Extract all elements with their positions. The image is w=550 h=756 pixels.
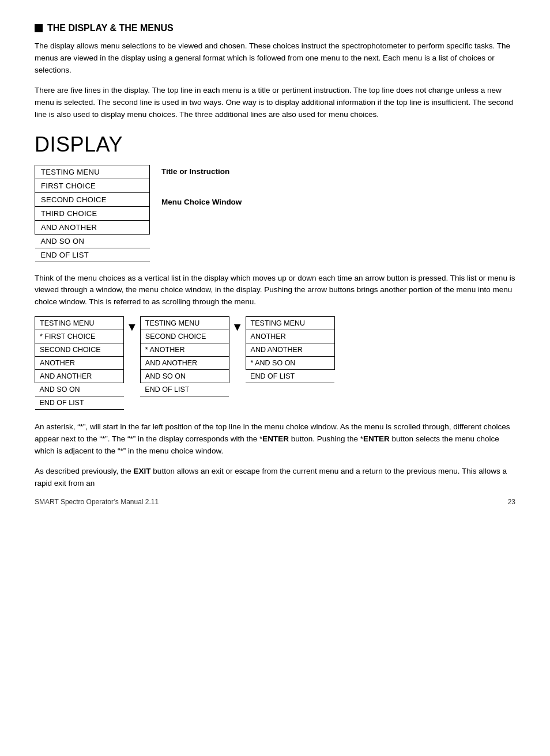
paragraph-1: The display allows menu selections to be… xyxy=(35,40,515,77)
cell: AND ANOTHER xyxy=(140,357,229,370)
bottom-paragraph-1: An asterisk, “*”, will start in the far … xyxy=(35,421,515,458)
table-cell-3: SECOND CHOICE xyxy=(35,192,150,206)
footer-right: 23 xyxy=(508,498,515,506)
cell: END OF LIST xyxy=(35,396,124,410)
label-menu: Menu Choice Window xyxy=(161,198,242,206)
cell: SECOND CHOICE xyxy=(35,343,124,357)
section-title: THE DISPLAY & THE MENUS xyxy=(47,23,174,33)
bottom-p2-bold: EXIT xyxy=(134,467,151,475)
table-cell-7: END OF LIST xyxy=(35,248,150,262)
table-row: * AND SO ON xyxy=(246,357,334,370)
bottom-p1-mid: button. Pushing the * xyxy=(289,434,363,443)
bottom-paragraph-2: As described previously, the EXIT button… xyxy=(35,466,515,490)
display-table: TESTING MENU FIRST CHOICE SECOND CHOICE … xyxy=(35,165,150,262)
table-row: END OF LIST xyxy=(35,396,124,410)
table-row: FIRST CHOICE xyxy=(35,179,150,192)
bottom-p1-bold1: ENTER xyxy=(262,434,289,443)
panel-group-2: TESTING MENU SECOND CHOICE * ANOTHER AND… xyxy=(140,316,229,396)
cell: * AND SO ON xyxy=(246,357,334,370)
table-row: TESTING MENU xyxy=(246,317,334,330)
middle-paragraph: Think of the menu choices as a vertical … xyxy=(35,273,515,309)
table-row: * ANOTHER xyxy=(140,343,229,357)
down-arrow-icon: ▼ xyxy=(232,321,243,332)
cell: SECOND CHOICE xyxy=(140,330,229,343)
cell: END OF LIST xyxy=(140,383,229,396)
cell: AND ANOTHER xyxy=(35,370,124,383)
cell: AND SO ON xyxy=(35,383,124,396)
table-row: ANOTHER xyxy=(35,357,124,370)
table-row: * FIRST CHOICE xyxy=(35,330,124,343)
panel-table-3: TESTING MENU ANOTHER AND ANOTHER * AND S… xyxy=(246,316,335,383)
cell: TESTING MENU xyxy=(35,317,124,330)
panel-group-3: TESTING MENU ANOTHER AND ANOTHER * AND S… xyxy=(246,316,335,383)
table-row: TESTING MENU xyxy=(35,317,124,330)
table-row: END OF LIST xyxy=(246,370,334,383)
cell: ANOTHER xyxy=(246,330,334,343)
table-row: END OF LIST xyxy=(140,383,229,396)
display-labels: Title or Instruction Menu Choice Window xyxy=(161,165,242,206)
table-row: ANOTHER xyxy=(246,330,334,343)
cell: TESTING MENU xyxy=(246,317,334,330)
table-row: AND ANOTHER xyxy=(35,220,150,234)
paragraph-2: There are five lines in the display. The… xyxy=(35,85,515,121)
table-row: SECOND CHOICE xyxy=(35,192,150,206)
three-panels: TESTING MENU * FIRST CHOICE SECOND CHOIC… xyxy=(35,316,515,410)
table-row: SECOND CHOICE xyxy=(35,343,124,357)
table-row: THIRD CHOICE xyxy=(35,206,150,220)
table-cell-1: TESTING MENU xyxy=(35,165,150,179)
footer: SMART Spectro Operator’s Manual 2.11 23 xyxy=(35,498,515,506)
table-row: TESTING MENU xyxy=(140,317,229,330)
cell: TESTING MENU xyxy=(140,317,229,330)
label-title: Title or Instruction xyxy=(161,167,242,176)
arrow-1: ▼ xyxy=(124,316,140,332)
cell: * FIRST CHOICE xyxy=(35,330,124,343)
table-cell-6: AND SO ON xyxy=(35,234,150,248)
table-row: AND SO ON xyxy=(35,234,150,248)
table-cell-2: FIRST CHOICE xyxy=(35,179,150,192)
down-arrow-icon: ▼ xyxy=(126,321,138,332)
display-area: TESTING MENU FIRST CHOICE SECOND CHOICE … xyxy=(35,165,515,262)
panel-table-1: TESTING MENU * FIRST CHOICE SECOND CHOIC… xyxy=(35,316,124,410)
section-icon xyxy=(35,24,43,32)
table-cell-5: AND ANOTHER xyxy=(35,220,150,234)
panel-group-1: TESTING MENU * FIRST CHOICE SECOND CHOIC… xyxy=(35,316,124,410)
panel-table-2: TESTING MENU SECOND CHOICE * ANOTHER AND… xyxy=(140,316,229,396)
cell: * ANOTHER xyxy=(140,343,229,357)
table-row: AND SO ON xyxy=(140,370,229,383)
table-row: END OF LIST xyxy=(35,248,150,262)
bottom-p2-pre: As described previously, the xyxy=(35,467,134,475)
section-heading: THE DISPLAY & THE MENUS xyxy=(35,23,515,33)
cell: ANOTHER xyxy=(35,357,124,370)
arrow-2: ▼ xyxy=(229,316,246,332)
table-row: AND ANOTHER xyxy=(35,370,124,383)
cell: AND ANOTHER xyxy=(246,343,334,357)
table-row: SECOND CHOICE xyxy=(140,330,229,343)
table-row: TESTING MENU xyxy=(35,165,150,179)
bottom-p1-bold2: ENTER xyxy=(363,434,390,443)
table-cell-4: THIRD CHOICE xyxy=(35,206,150,220)
table-row: AND ANOTHER xyxy=(140,357,229,370)
table-row: AND ANOTHER xyxy=(246,343,334,357)
cell: END OF LIST xyxy=(246,370,334,383)
table-row: AND SO ON xyxy=(35,383,124,396)
footer-left: SMART Spectro Operator’s Manual 2.11 xyxy=(35,498,159,506)
display-heading: DISPLAY xyxy=(35,133,515,157)
cell: AND SO ON xyxy=(140,370,229,383)
